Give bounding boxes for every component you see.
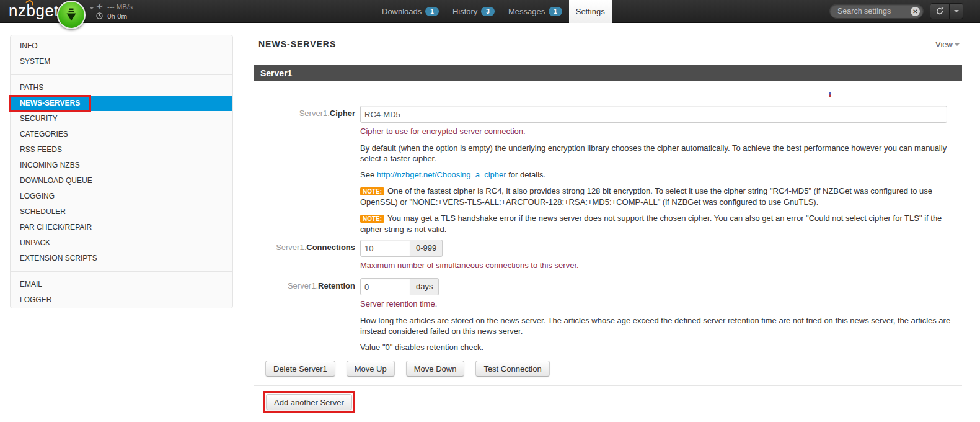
sidebar-item-news-servers-label: NEWS-SERVERS	[20, 99, 80, 107]
history-count-badge: 3	[481, 7, 495, 16]
note-badge: NOTE:	[360, 187, 384, 195]
connections-help-text: Maximum number of simultaneous connectio…	[360, 261, 962, 271]
refresh-dropdown-button[interactable]	[950, 3, 963, 19]
sidebar-item-rss-feeds[interactable]: RSS FEEDS	[11, 142, 232, 158]
logo-dropdown-chevron-icon[interactable]	[89, 7, 94, 9]
retention-unit-addon: days	[410, 278, 439, 295]
messages-count-badge: 1	[549, 7, 562, 16]
field-label-prefix: Server1.	[288, 281, 318, 290]
field-label-connections: Server1.Connections	[254, 240, 355, 271]
move-down-button[interactable]: Move Down	[406, 361, 465, 377]
note-badge: NOTE:	[360, 215, 384, 223]
main-navigation: Downloads 1 History 3 Messages 1 Setting…	[375, 0, 612, 23]
sidebar-item-news-servers[interactable]: NEWS-SERVERS	[11, 96, 232, 111]
tab-settings-label: Settings	[576, 7, 605, 16]
refresh-icon	[935, 7, 944, 16]
field-label-prefix: Server1.	[276, 243, 306, 252]
retention-field-row: Server1.Retention days Server retention …	[254, 278, 962, 352]
retention-input[interactable]	[360, 278, 410, 295]
settings-sidebar: INFO SYSTEM PATHS NEWS-SERVERS SECURITY …	[10, 35, 233, 308]
content-header: NEWS-SERVERS View	[254, 35, 962, 49]
status-block: ✈ --- MB/s 0h 0m	[96, 2, 133, 22]
cipher-see-text: See http://nzbget.net/Choosing_a_cipher …	[360, 169, 962, 180]
cipher-description-text: By default (when the option is empty) th…	[360, 143, 962, 164]
cipher-note2-text: NOTE:You may get a TLS handshake error i…	[360, 213, 962, 235]
tab-messages[interactable]: Messages 1	[501, 0, 569, 23]
server-group-header[interactable]: Server1	[254, 65, 962, 81]
tab-downloads-label: Downloads	[382, 7, 422, 16]
sidebar-item-security[interactable]: SECURITY	[11, 111, 232, 127]
view-dropdown[interactable]: View	[935, 40, 960, 49]
test-connection-button[interactable]: Test Connection	[475, 361, 549, 377]
sidebar-item-categories[interactable]: CATEGORIES	[11, 127, 232, 142]
refresh-button[interactable]	[930, 3, 950, 19]
section-divider	[254, 385, 962, 386]
sidebar-item-logging[interactable]: LOGGING	[11, 189, 232, 204]
choosing-cipher-link[interactable]: http://nzbget.net/Choosing_a_cipher	[377, 170, 506, 179]
move-up-button[interactable]: Move Up	[347, 361, 395, 377]
downloads-count-badge: 1	[425, 7, 439, 16]
sidebar-item-logger[interactable]: LOGGER	[11, 292, 232, 308]
connections-input[interactable]	[360, 240, 410, 257]
chevron-down-icon	[955, 43, 960, 46]
clear-search-icon[interactable]: ✕	[911, 7, 920, 16]
retention-zero-text: Value "0" disables retention check.	[360, 342, 962, 352]
download-logo-button[interactable]	[57, 1, 86, 29]
delete-server-button[interactable]: Delete Server1	[265, 361, 335, 377]
connections-control: 0-999 Maximum number of simultaneous con…	[360, 240, 962, 271]
download-arrow-icon	[63, 7, 79, 23]
sidebar-item-paths[interactable]: PATHS	[11, 80, 232, 96]
uptime-value: 0h 0m	[107, 12, 127, 20]
field-label-retention: Server1.Retention	[254, 278, 355, 352]
field-label-cipher: Server1.Cipher	[254, 106, 355, 235]
sidebar-item-email[interactable]: EMAIL	[11, 277, 232, 292]
add-another-server-button[interactable]: Add another Server	[266, 394, 352, 410]
app-logo: nzbget	[9, 1, 59, 20]
tab-history-label: History	[452, 7, 477, 16]
annotation-box-add-server: Add another Server	[263, 391, 355, 413]
server-actions-toolbar: Delete Server1 Move Up Move Down Test Co…	[254, 361, 962, 377]
cipher-note1-text: NOTE:One of the fastest cipher is RC4, i…	[360, 186, 962, 207]
refresh-button-group	[930, 3, 963, 19]
tab-history[interactable]: History 3	[446, 0, 501, 23]
connections-field-row: Server1.Connections 0-999 Maximum number…	[254, 240, 962, 271]
chevron-down-icon	[954, 10, 959, 12]
speed-indicator: ✈ --- MB/s	[96, 2, 133, 12]
sidebar-item-par-check-repair[interactable]: PAR CHECK/REPAIR	[11, 220, 232, 235]
search-input[interactable]	[837, 5, 904, 17]
tab-downloads[interactable]: Downloads 1	[375, 0, 446, 23]
tab-settings[interactable]: Settings	[569, 0, 612, 23]
app-logo-text: nzbget	[9, 1, 59, 20]
tab-messages-label: Messages	[508, 7, 545, 16]
search-settings-box: ✕	[829, 4, 924, 19]
top-navbar: nzbget ✈ --- MB/s 0h 0m Downloads 1 Hist…	[0, 0, 980, 23]
clock-icon	[96, 12, 103, 22]
cipher-input[interactable]	[360, 106, 947, 123]
page-title: NEWS-SERVERS	[258, 39, 336, 49]
airplane-speed-icon: ✈	[96, 2, 103, 11]
sidebar-item-system[interactable]: SYSTEM	[11, 54, 232, 70]
header-divider	[254, 55, 962, 55]
view-dropdown-label: View	[935, 40, 953, 49]
sidebar-item-unpack[interactable]: UNPACK	[11, 235, 232, 251]
render-artifact	[829, 92, 831, 97]
retention-help-text: Server retention time.	[360, 299, 962, 309]
cipher-control: Cipher to use for encrypted server conne…	[360, 106, 962, 235]
sidebar-item-download-queue[interactable]: DOWNLOAD QUEUE	[11, 173, 232, 189]
settings-content: NEWS-SERVERS View Server1 Server1.Cipher…	[254, 35, 962, 413]
sidebar-divider	[11, 271, 232, 272]
time-indicator: 0h 0m	[96, 12, 133, 22]
sidebar-item-extension-scripts[interactable]: EXTENSION SCRIPTS	[11, 251, 232, 266]
sidebar-item-scheduler[interactable]: SCHEDULER	[11, 204, 232, 220]
cipher-help-text: Cipher to use for encrypted server conne…	[360, 127, 962, 137]
retention-control: days Server retention time. How long the…	[360, 278, 962, 352]
field-label-prefix: Server1.	[299, 109, 330, 118]
cipher-field-row: Server1.Cipher Cipher to use for encrypt…	[254, 106, 962, 235]
sidebar-item-incoming-nzbs[interactable]: INCOMING NZBS	[11, 158, 232, 173]
speed-value: --- MB/s	[107, 3, 133, 11]
retention-description-text: How long the articles are stored on the …	[360, 315, 962, 336]
sidebar-item-info[interactable]: INFO	[11, 38, 232, 54]
connections-range-addon: 0-999	[410, 240, 443, 257]
sidebar-divider	[11, 74, 232, 75]
